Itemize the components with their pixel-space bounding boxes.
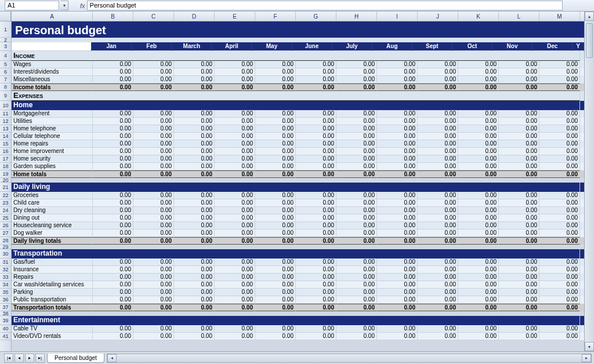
cell[interactable]: 0.00 <box>174 110 215 118</box>
row-header[interactable]: 27 <box>0 230 11 237</box>
cell[interactable]: 0.00 <box>499 133 539 140</box>
cell[interactable]: 0.00 <box>418 207 458 214</box>
cell[interactable]: 0.00 <box>377 76 418 83</box>
cell[interactable]: 0.00 <box>336 266 377 274</box>
cell[interactable]: 0.00 <box>458 110 499 118</box>
cell[interactable]: 0.00 <box>377 222 418 230</box>
cell[interactable]: 0.00 <box>174 163 215 170</box>
subsection-header[interactable]: Daily living <box>12 183 580 192</box>
cell[interactable]: 0.00 <box>539 304 580 311</box>
cell[interactable]: Interest/dividends <box>12 68 93 76</box>
scroll-thumb[interactable] <box>586 23 593 58</box>
cell[interactable]: 0.00 <box>336 125 377 133</box>
cell[interactable]: 0.00 <box>174 207 215 214</box>
cell[interactable]: 0.00 <box>255 296 296 304</box>
cell[interactable]: 0.00 <box>499 274 539 281</box>
cell[interactable]: 0.00 <box>418 289 458 296</box>
cell[interactable]: 0.00 <box>377 259 418 266</box>
cell[interactable]: Home repairs <box>12 140 93 148</box>
cell[interactable]: Cable TV <box>12 325 93 333</box>
cell[interactable]: 0.00 <box>133 170 174 178</box>
cell[interactable]: 0.00 <box>336 61 377 68</box>
cell[interactable]: 0.00 <box>215 199 255 207</box>
cell[interactable]: 0.00 <box>174 148 215 155</box>
cell[interactable]: 0.00 <box>499 259 539 266</box>
sheet-tab-active[interactable]: Personal budget <box>47 354 104 363</box>
cell[interactable]: 0.00 <box>215 237 255 245</box>
cell[interactable]: 0.00 <box>418 237 458 245</box>
cell[interactable]: 0.00 <box>215 61 255 68</box>
cell[interactable]: 0.00 <box>499 207 539 214</box>
cell[interactable]: 0.00 <box>539 110 580 118</box>
tab-nav-next[interactable]: ▸ <box>25 354 34 363</box>
row-header[interactable]: 22 <box>0 192 11 199</box>
cell[interactable]: 0.00 <box>499 325 539 333</box>
cell[interactable]: Aug <box>372 42 412 51</box>
cell[interactable]: 0.00 <box>336 289 377 296</box>
cell[interactable]: 0.00 <box>133 237 174 245</box>
row-header[interactable]: 33 <box>0 274 11 281</box>
cell[interactable]: 0.00 <box>296 61 336 68</box>
cell[interactable]: 0.00 <box>377 207 418 214</box>
cell[interactable]: 0.00 <box>458 237 499 245</box>
cell[interactable]: 0.00 <box>296 274 336 281</box>
cell[interactable]: 0.00 <box>336 237 377 245</box>
cell[interactable]: 0.00 <box>418 110 458 118</box>
cell[interactable]: 0.00 <box>255 110 296 118</box>
cell[interactable]: 0.00 <box>255 83 296 91</box>
cell[interactable]: 0.00 <box>377 214 418 222</box>
cell[interactable]: 0.00 <box>458 281 499 289</box>
cell[interactable]: 0.00 <box>336 110 377 118</box>
cell[interactable]: 0.00 <box>336 207 377 214</box>
cell[interactable]: 0.00 <box>336 133 377 140</box>
cell[interactable]: 0.00 <box>377 333 418 340</box>
cell[interactable]: Utilities <box>12 118 93 125</box>
cell[interactable]: 0.00 <box>377 296 418 304</box>
cell[interactable]: 0.00 <box>255 133 296 140</box>
fx-icon[interactable]: fx <box>80 2 85 9</box>
cell[interactable]: 0.00 <box>296 83 336 91</box>
cell[interactable]: 0.00 <box>215 68 255 76</box>
cell[interactable]: 0.00 <box>174 230 215 237</box>
cell[interactable]: Transportation totals <box>12 304 93 311</box>
cell[interactable]: 0.00 <box>174 192 215 199</box>
cell[interactable]: 0.00 <box>539 259 580 266</box>
cell[interactable]: 0.00 <box>296 155 336 163</box>
row-header[interactable]: 16 <box>0 148 11 155</box>
cell[interactable]: Feb <box>132 42 172 51</box>
cell[interactable]: March <box>172 42 212 51</box>
cell[interactable]: 0.00 <box>499 192 539 199</box>
cell[interactable]: 0.00 <box>215 133 255 140</box>
cell[interactable]: 0.00 <box>418 304 458 311</box>
cell[interactable]: July <box>332 42 372 51</box>
cell[interactable]: 0.00 <box>336 68 377 76</box>
cell[interactable]: 0.00 <box>336 155 377 163</box>
scroll-down-button[interactable]: ▾ <box>585 342 594 351</box>
cell[interactable]: 0.00 <box>336 140 377 148</box>
cell[interactable]: 0.00 <box>458 61 499 68</box>
cell[interactable]: 0.00 <box>458 133 499 140</box>
cell[interactable]: 0.00 <box>499 125 539 133</box>
col-header-G[interactable]: G <box>296 12 336 21</box>
cell[interactable]: 0.00 <box>296 133 336 140</box>
cell[interactable]: 0.00 <box>377 237 418 245</box>
cell[interactable]: 0.00 <box>336 281 377 289</box>
cell[interactable]: 0.00 <box>418 155 458 163</box>
cell[interactable]: 0.00 <box>418 333 458 340</box>
cell[interactable]: 0.00 <box>133 281 174 289</box>
cell[interactable]: 0.00 <box>93 199 133 207</box>
cell[interactable]: 0.00 <box>377 170 418 178</box>
row-header[interactable]: 31 <box>0 259 11 266</box>
cell[interactable]: 0.00 <box>296 163 336 170</box>
cell[interactable]: 0.00 <box>418 76 458 83</box>
cell[interactable]: 0.00 <box>336 192 377 199</box>
cell[interactable]: 0.00 <box>133 76 174 83</box>
cell[interactable]: 0.00 <box>93 148 133 155</box>
cell[interactable]: 0.00 <box>377 133 418 140</box>
cell[interactable]: 0.00 <box>377 281 418 289</box>
cell[interactable]: 0.00 <box>539 148 580 155</box>
cell[interactable]: 0.00 <box>539 163 580 170</box>
cell[interactable]: 0.00 <box>458 266 499 274</box>
cell[interactable]: 0.00 <box>336 304 377 311</box>
scroll-right-button[interactable]: ▸ <box>582 354 591 362</box>
